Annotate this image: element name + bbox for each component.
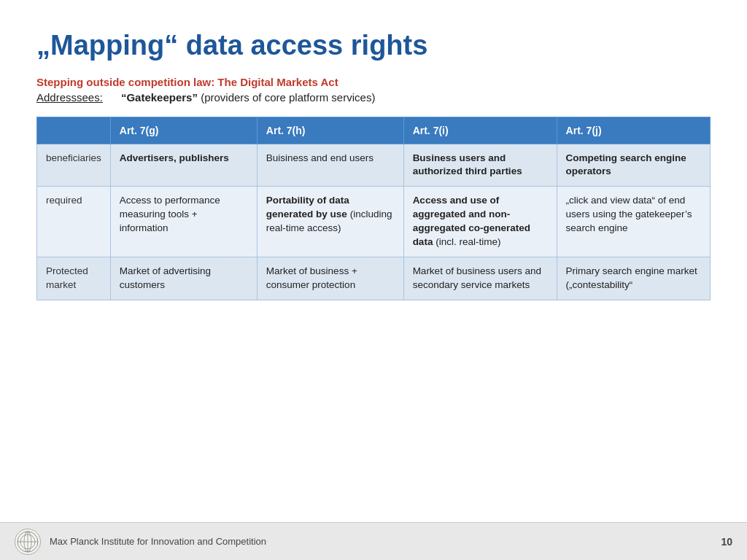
col-header-1: Art. 7(g) (110, 117, 257, 144)
slide: „Mapping“ data access rights Stepping ou… (0, 0, 747, 560)
row3-col4: Primary search engine market („contestab… (557, 257, 710, 300)
row1-label: beneficiaries (37, 144, 111, 187)
footer: Max Planck Institute for Innovation and … (0, 522, 747, 560)
addressees-label: Addresssees: (36, 91, 103, 104)
col-header-4: Art. 7(j) (557, 117, 710, 144)
row3-col2: Market of business + consumer protection (257, 257, 403, 300)
footer-institute-name: Max Planck Institute for Innovation and … (50, 536, 721, 547)
row2-col2: Portability of data generated by use (in… (257, 187, 403, 257)
row1-col2: Buisiness and end users (257, 144, 403, 187)
addressees-rest: (providers of core platform services) (201, 91, 375, 104)
row3-col3: Market of business users and secondary s… (403, 257, 557, 300)
footer-page-number: 10 (721, 536, 732, 548)
row3-col1: Market of advertising customers (110, 257, 257, 300)
row2-col4: „click and view data“ of end users using… (557, 187, 710, 257)
row2-col3-suffix: (incl. real-time) (436, 236, 500, 247)
col-header-2: Art. 7(h) (257, 117, 403, 144)
row1-col1: Advertisers, publishers (110, 144, 257, 187)
institute-logo (15, 529, 41, 555)
addressees-bold: “Gatekeepers” (121, 91, 198, 104)
slide-title: „Mapping“ data access rights (36, 29, 711, 63)
col-header-0 (37, 117, 111, 144)
table-row: required Access to performance measuring… (37, 187, 711, 257)
col-header-3: Art. 7(i) (403, 117, 557, 144)
table-row: Protected market Market of advertising c… (37, 257, 711, 300)
row1-col4: Competing search engine operators (557, 144, 710, 187)
row2-col2-bold: Portability of data generated by use (266, 195, 349, 219)
row2-col3: Access and use of aggregated and non-agg… (403, 187, 557, 257)
row1-col3: Business users and authorized third part… (403, 144, 557, 187)
addressees-line: Addresssees: “Gatekeepers” (providers of… (36, 91, 711, 104)
table-row: beneficiaries Advertisers, publishers Bu… (37, 144, 711, 187)
row3-label: Protected market (37, 257, 111, 300)
subtitle-red: Stepping outside competition law: The Di… (36, 76, 711, 88)
row2-col1: Access to performance measuring tools + … (110, 187, 257, 257)
data-table: Art. 7(g) Art. 7(h) Art. 7(i) Art. 7(j) … (36, 117, 711, 300)
row2-label: required (37, 187, 111, 257)
